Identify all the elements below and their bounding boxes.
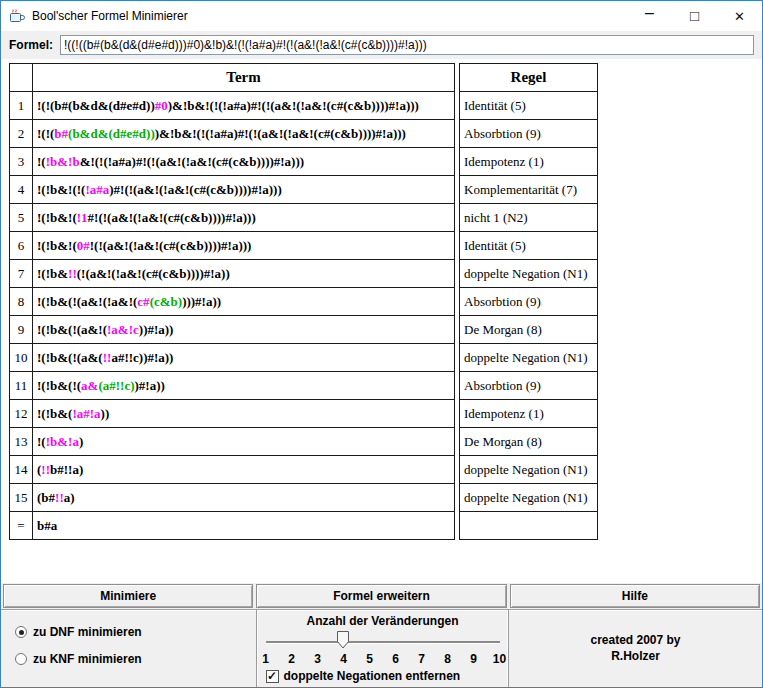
row-number: 12 — [10, 400, 33, 428]
row-number: 5 — [10, 204, 33, 232]
rule-row: Absorbtion (9) — [460, 372, 598, 400]
table-row: 12!(!b&(!a#!a)) — [10, 400, 455, 428]
term-segment: b#!!a) — [50, 462, 83, 477]
row-number: 10 — [10, 344, 33, 372]
radio-knf-icon[interactable] — [15, 653, 27, 665]
table-row: 5!(!b&!(!1#!(!(a&!(!a&!(c#(c&b))))#!a))) — [10, 204, 455, 232]
term-cell: !(!(b#(b&d&(d#e#d))#0)&!b&!(!(!a#a)#!(!(… — [33, 92, 455, 120]
term-segment: #0 — [155, 98, 168, 113]
table-row: 15(b#!!a) — [10, 484, 455, 512]
term-segment: !( — [37, 154, 46, 169]
table-row: 10!(!b&(!(a&(!!a#!!c))#!a)) — [10, 344, 455, 372]
credit-line2: R.Holzer — [611, 648, 660, 664]
app-window: Bool'scher Formel Minimierer – □ ✕ Forme… — [0, 0, 763, 688]
term-cell: !(!b&!b&!(!(!a#a)#!(!(a&!(!a&!(c#(c&b)))… — [33, 148, 455, 176]
term-segment: !(!(b#(b&d&(d#e#d)) — [37, 98, 155, 113]
rule-table: Regel Identität (5)Absorbtion (9)Idempot… — [459, 63, 598, 540]
slider-tick-label: 1 — [262, 652, 269, 666]
term-segment: a& — [81, 378, 98, 393]
slider-tick-label: 8 — [444, 652, 451, 666]
term-segment: !a#!a — [72, 406, 100, 421]
table-header-row: Term — [10, 64, 455, 92]
term-segment: !b&!b — [46, 154, 80, 169]
slider-tick-label: 2 — [288, 652, 295, 666]
hilfe-button[interactable]: Hilfe — [510, 584, 760, 608]
minimize-button[interactable]: – — [627, 1, 672, 31]
rule-cell: Idempotenz (1) — [460, 148, 598, 176]
term-segment: ) — [79, 434, 83, 449]
slider-tick-label: 6 — [392, 652, 399, 666]
row-number: 1 — [10, 92, 33, 120]
table-row: 3!(!b&!b&!(!(!a#a)#!(!(a&!(!a&!(c#(c&b))… — [10, 148, 455, 176]
term-segment: !(!b&(!( — [37, 378, 81, 393]
term-segment: b#a — [37, 518, 57, 533]
rule-cell: doppelte Negation (N1) — [460, 344, 598, 372]
rule-row: doppelte Negation (N1) — [460, 484, 598, 512]
term-cell: !(!b&(!(a&!(!a&!c))#!a)) — [33, 316, 455, 344]
table-row: 2!(!(b#(b&d&(d#e#d)))&!b&!(!(!a#a)#!(!(a… — [10, 120, 455, 148]
column-header-num — [10, 64, 33, 92]
term-segment: !(!( — [37, 126, 54, 141]
term-cell: (!!b#!!a) — [33, 456, 455, 484]
slider-thumb[interactable] — [337, 631, 349, 649]
rule-row: Identität (5) — [460, 232, 598, 260]
term-cell: !(!b&(!a#!a)) — [33, 400, 455, 428]
term-cell: !(!b&(!(a&!(!a&!(c#(c&b))))#!a)) — [33, 288, 455, 316]
table-area: Term 1!(!(b#(b&d&(d#e#d))#0)&!b&!(!(!a#a… — [1, 59, 762, 583]
minimiere-button[interactable]: Minimiere — [3, 584, 253, 608]
rule-cell: doppelte Negation (N1) — [460, 484, 598, 512]
maximize-button[interactable]: □ — [672, 1, 717, 31]
term-cell: (b#!!a) — [33, 484, 455, 512]
term-segment: )))#!a)) — [182, 294, 221, 309]
formel-input[interactable] — [60, 35, 754, 55]
credit-section: created 2007 by R.Holzer — [509, 610, 762, 687]
radio-dnf-row[interactable]: zu DNF minimieren — [15, 622, 256, 642]
term-segment: )&!b&!(!(!a#a)#!(!(a&!(!a&!(c#(c&b))))#!… — [155, 126, 406, 141]
double-negation-checkbox-row[interactable]: ✓ doppelte Negationen entfernen — [266, 669, 500, 683]
row-number: 6 — [10, 232, 33, 260]
radio-knf-label[interactable]: zu KNF minimieren — [33, 652, 142, 666]
credit-line1: created 2007 by — [590, 632, 680, 648]
term-cell: !(!b&!a) — [33, 428, 455, 456]
term-segment: !(!(a&!(!a&!(c#(c&b))))#!a))) — [90, 238, 252, 253]
row-number: 8 — [10, 288, 33, 316]
slider-tick-labels: 12345678910 — [266, 652, 500, 667]
checkbox-icon[interactable]: ✓ — [266, 670, 279, 683]
minimize-mode-section: zu DNF minimieren zu KNF minimieren — [1, 610, 256, 687]
term-segment: !a#a — [85, 182, 109, 197]
table-row: 8!(!b&(!(a&!(!a&!(c#(c&b))))#!a)) — [10, 288, 455, 316]
rule-row — [460, 512, 598, 540]
close-button[interactable]: ✕ — [717, 1, 762, 31]
row-number: 13 — [10, 428, 33, 456]
changes-slider[interactable] — [266, 629, 500, 652]
term-segment: )#!(!(a&!(!a&!(c#(c&b))))#!a))) — [109, 182, 282, 197]
term-segment: c# — [137, 294, 149, 309]
term-segment: !(!b&!( — [37, 210, 77, 225]
table-row: =b#a — [10, 512, 455, 540]
table-row: 6!(!b&!(0#!(!(a&!(!a&!(c#(c&b))))#!a))) — [10, 232, 455, 260]
term-cell: !(!b&!(!1#!(!(a&!(!a&!(c#(c&b))))#!a))) — [33, 204, 455, 232]
rule-row: De Morgan (8) — [460, 316, 598, 344]
table-row: 13!(!b&!a) — [10, 428, 455, 456]
term-segment: )#!a)) — [134, 378, 164, 393]
term-segment: (!(a&!(!a&!(c#(c&b))))#!a)) — [77, 266, 230, 281]
radio-knf-row[interactable]: zu KNF minimieren — [15, 649, 256, 669]
slider-track[interactable] — [266, 641, 500, 643]
term-segment: !(!b&!(!( — [37, 182, 85, 197]
changes-section: Anzahl der Veränderungen 12345678910 ✓ d… — [256, 610, 509, 687]
window-title: Bool'scher Formel Minimierer — [32, 9, 188, 23]
term-segment: !(!b&(!(a&!( — [37, 322, 107, 337]
term-segment: !! — [55, 490, 64, 505]
radio-dnf-label[interactable]: zu DNF minimieren — [33, 625, 142, 639]
radio-dnf-icon[interactable] — [15, 626, 27, 638]
formel-erweitern-button[interactable]: Formel erweitern — [256, 584, 506, 608]
table-row: 11!(!b&(!(a&(a#!!c))#!a)) — [10, 372, 455, 400]
close-icon: ✕ — [734, 9, 745, 24]
options-panel: zu DNF minimieren zu KNF minimieren Anza… — [1, 609, 762, 687]
term-cell: !(!b&(!(a&(a#!!c))#!a)) — [33, 372, 455, 400]
term-segment: (b# — [37, 490, 55, 505]
rule-cell: Identität (5) — [460, 232, 598, 260]
checkbox-label[interactable]: doppelte Negationen entfernen — [284, 669, 461, 683]
row-number: 15 — [10, 484, 33, 512]
term-segment: ))#!a)) — [139, 322, 174, 337]
